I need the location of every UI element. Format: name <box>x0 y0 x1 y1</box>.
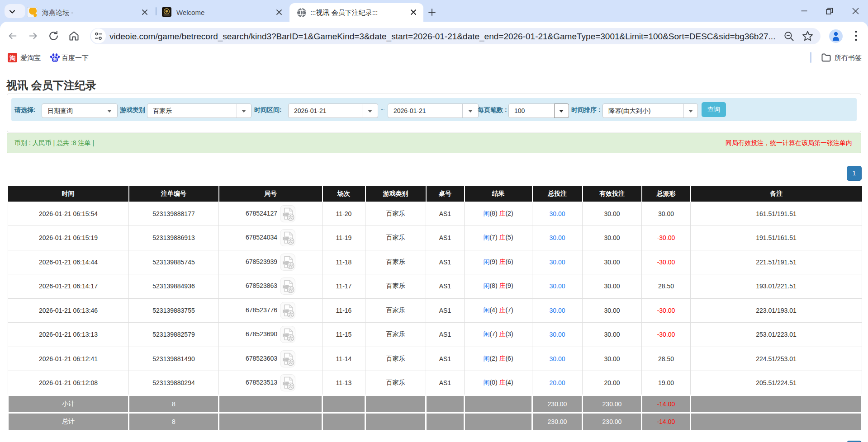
svg-text:淘: 淘 <box>9 55 16 61</box>
svg-text:du: du <box>52 57 57 61</box>
